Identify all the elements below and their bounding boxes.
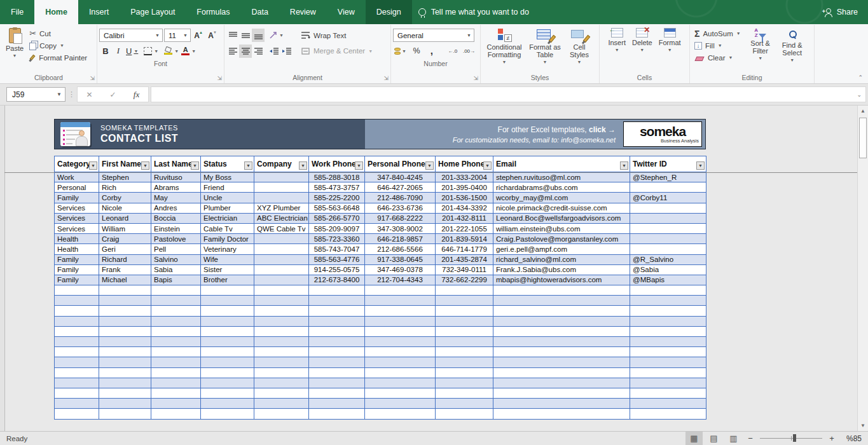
cell[interactable] [436, 337, 493, 347]
column-header-twitter-id[interactable]: Twitter ID▼ [630, 156, 706, 172]
cell[interactable] [55, 296, 99, 306]
fill-color-button[interactable]: ▼ [163, 44, 180, 58]
cell[interactable] [151, 409, 201, 419]
align-center-button[interactable] [239, 44, 252, 58]
tab-home[interactable]: Home [34, 0, 78, 24]
cell[interactable] [55, 306, 99, 316]
cell[interactable]: Boccia [151, 213, 201, 223]
cell[interactable] [630, 223, 706, 233]
cell[interactable] [55, 399, 99, 409]
filter-dropdown-icon[interactable]: ▼ [425, 161, 434, 170]
cell[interactable] [365, 306, 436, 316]
cell[interactable] [99, 326, 151, 336]
cell[interactable] [436, 367, 493, 378]
column-header-email[interactable]: Email▼ [493, 156, 630, 172]
cell[interactable]: Sabia [151, 264, 201, 275]
cell[interactable]: richard_salvino@ml.com [493, 254, 630, 264]
cell[interactable]: 914-255-0575 [309, 264, 365, 275]
cell[interactable] [99, 399, 151, 409]
cell[interactable] [630, 296, 706, 306]
cell[interactable]: 201-839-5914 [436, 234, 493, 244]
cell[interactable]: 212-673-8400 [309, 275, 365, 285]
cell[interactable] [630, 326, 706, 336]
cell[interactable] [493, 378, 630, 388]
cell[interactable] [365, 367, 436, 378]
cell[interactable] [493, 316, 630, 326]
cell[interactable] [365, 326, 436, 336]
tab-view[interactable]: View [327, 0, 366, 24]
cell[interactable]: 585-473-3757 [309, 182, 365, 193]
cell[interactable] [151, 316, 201, 326]
cell[interactable]: nicole.primack@credit-suisse.com [493, 203, 630, 213]
column-header-last-name[interactable]: Last Name▼ [151, 156, 201, 172]
dialog-launcher-icon[interactable]: ⇲ [383, 76, 389, 81]
cell[interactable]: Salvino [151, 254, 201, 264]
cell[interactable]: 201-536-1500 [436, 193, 493, 203]
cell[interactable] [151, 378, 201, 388]
cell[interactable] [309, 378, 365, 388]
wrap-text-button[interactable]: Wrap Text [298, 27, 375, 43]
cell[interactable] [309, 306, 365, 316]
cell[interactable] [151, 388, 201, 398]
cell[interactable] [254, 388, 309, 398]
cell[interactable] [493, 337, 630, 347]
cell-styles-button[interactable]: Cell Styles ▼ [564, 26, 595, 64]
cell[interactable]: 917-668-2222 [365, 213, 436, 223]
insert-function-icon[interactable]: fx [125, 90, 148, 100]
cell[interactable] [201, 388, 254, 398]
cell[interactable] [436, 399, 493, 409]
tell-me-box[interactable]: Tell me what you want to do [418, 0, 529, 24]
cell[interactable] [99, 285, 151, 296]
cell[interactable]: geri.e.pell@ampf.com [493, 244, 630, 254]
cell[interactable] [365, 409, 436, 419]
cell[interactable] [254, 193, 309, 203]
cell[interactable]: Personal [55, 182, 99, 193]
tab-insert[interactable]: Insert [78, 0, 120, 24]
cell[interactable] [151, 347, 201, 357]
cell[interactable] [254, 316, 309, 326]
column-header-category[interactable]: Category▼ [55, 156, 99, 172]
cell[interactable] [151, 326, 201, 336]
cell[interactable] [309, 285, 365, 296]
cell[interactable] [254, 367, 309, 378]
cell[interactable] [201, 316, 254, 326]
cell[interactable]: Nicole [99, 203, 151, 213]
cell[interactable] [55, 367, 99, 378]
cancel-icon[interactable]: ✕ [78, 90, 101, 99]
cell[interactable] [309, 326, 365, 336]
enter-icon[interactable]: ✓ [101, 90, 125, 99]
cell[interactable] [55, 285, 99, 296]
cell[interactable]: 646-218-9857 [365, 234, 436, 244]
cell[interactable] [55, 357, 99, 367]
cell[interactable]: 201-432-8111 [436, 213, 493, 223]
cell[interactable]: Services [55, 213, 99, 223]
cell[interactable]: QWE Cable Tv [254, 223, 309, 233]
cell[interactable] [630, 182, 706, 193]
cell[interactable] [436, 388, 493, 398]
dialog-launcher-icon[interactable]: ⇲ [90, 76, 95, 81]
cell[interactable]: Ruvituso [151, 172, 201, 182]
cell[interactable] [99, 316, 151, 326]
cell[interactable]: Friend [201, 182, 254, 193]
insert-cells-button[interactable]: ← Insert ▼ [605, 26, 629, 52]
cell[interactable]: Craig [99, 234, 151, 244]
tab-page-layout[interactable]: Page Layout [120, 0, 186, 24]
filter-dropdown-icon[interactable]: ▼ [696, 161, 705, 170]
cell[interactable] [201, 399, 254, 409]
cell[interactable]: Services [55, 223, 99, 233]
cell[interactable] [254, 182, 309, 193]
filter-dropdown-icon[interactable]: ▼ [299, 161, 307, 170]
cell[interactable]: richardabrams@ubs.com [493, 182, 630, 193]
dialog-launcher-icon[interactable]: ⇲ [217, 76, 222, 81]
cell[interactable] [55, 337, 99, 347]
paste-button[interactable]: Paste ▼ [3, 26, 27, 58]
cell[interactable]: Electrician [201, 213, 254, 223]
filter-dropdown-icon[interactable]: ▼ [89, 161, 97, 170]
cell[interactable]: Pell [151, 244, 201, 254]
cell[interactable]: Wife [201, 254, 254, 264]
cell[interactable] [201, 409, 254, 419]
cell[interactable] [55, 388, 99, 398]
cell[interactable]: XYZ Plumber [254, 203, 309, 213]
cell[interactable]: 585-743-7047 [309, 244, 365, 254]
cell[interactable] [309, 399, 365, 409]
